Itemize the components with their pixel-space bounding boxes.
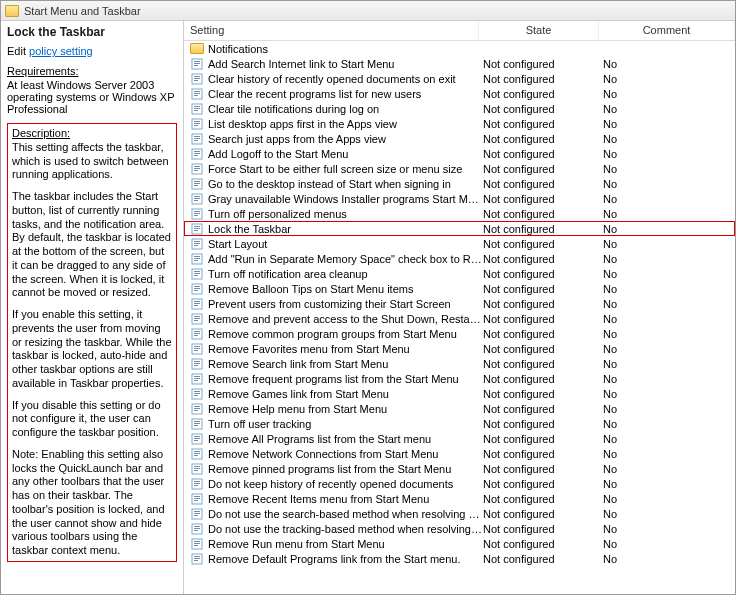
policy-row[interactable]: Remove pinned programs list from the Sta…: [184, 461, 735, 476]
setting-comment: No: [603, 523, 735, 535]
policy-row[interactable]: Gray unavailable Windows Installer progr…: [184, 191, 735, 206]
svg-rect-45: [194, 226, 200, 227]
col-state[interactable]: State: [479, 21, 599, 40]
setting-comment: No: [603, 163, 735, 175]
setting-name: Remove Run menu from Start Menu: [208, 538, 483, 550]
col-comment[interactable]: Comment: [599, 21, 735, 40]
svg-rect-9: [194, 91, 200, 92]
policy-row[interactable]: Remove Recent Items menu from Start Menu…: [184, 491, 735, 506]
policy-icon: [190, 58, 204, 70]
policy-row[interactable]: Go to the desktop instead of Start when …: [184, 176, 735, 191]
setting-comment: No: [603, 193, 735, 205]
policy-row[interactable]: Remove Network Connections from Start Me…: [184, 446, 735, 461]
svg-rect-34: [194, 183, 200, 184]
svg-rect-102: [194, 438, 200, 439]
policy-row[interactable]: Remove Help menu from Start MenuNot conf…: [184, 401, 735, 416]
svg-rect-69: [194, 316, 200, 317]
svg-rect-118: [194, 498, 200, 499]
policy-row[interactable]: Remove All Programs list from the Start …: [184, 431, 735, 446]
description-box: Description:This setting affects the tas…: [7, 123, 177, 562]
edit-policy-link[interactable]: policy setting: [29, 45, 93, 57]
setting-state: Not configured: [483, 388, 603, 400]
svg-rect-23: [194, 140, 198, 141]
policy-row[interactable]: Start LayoutNot configuredNo: [184, 236, 735, 251]
policy-row[interactable]: Remove common program groups from Start …: [184, 326, 735, 341]
column-headers: Setting State Comment: [184, 21, 735, 41]
policy-row[interactable]: Remove Favorites menu from Start MenuNot…: [184, 341, 735, 356]
policy-icon: [190, 73, 204, 85]
setting-comment: No: [603, 298, 735, 310]
svg-rect-47: [194, 230, 198, 231]
setting-name: Turn off notification area cleanup: [208, 268, 483, 280]
setting-name: Remove and prevent access to the Shut Do…: [208, 313, 483, 325]
svg-rect-135: [194, 560, 198, 561]
svg-rect-133: [194, 556, 200, 557]
rows-container: Notifications Add Search Internet link t…: [184, 41, 735, 594]
setting-state: Not configured: [483, 283, 603, 295]
titlebar: Start Menu and Taskbar: [1, 1, 735, 21]
svg-rect-90: [194, 393, 200, 394]
subfolder-row[interactable]: Notifications: [184, 41, 735, 56]
policy-row[interactable]: Clear tile notifications during log onNo…: [184, 101, 735, 116]
policy-icon: [190, 178, 204, 190]
policy-row[interactable]: Remove Balloon Tips on Start Menu itemsN…: [184, 281, 735, 296]
svg-rect-18: [194, 123, 200, 124]
policy-row[interactable]: Turn off personalized menusNot configure…: [184, 206, 735, 221]
svg-rect-7: [194, 80, 198, 81]
svg-rect-31: [194, 170, 198, 171]
policy-row[interactable]: Do not use the search-based method when …: [184, 506, 735, 521]
policy-row[interactable]: Turn off user trackingNot configuredNo: [184, 416, 735, 431]
policy-row[interactable]: Add Logoff to the Start MenuNot configur…: [184, 146, 735, 161]
policy-row[interactable]: Remove and prevent access to the Shut Do…: [184, 311, 735, 326]
setting-comment: No: [603, 88, 735, 100]
setting-state: Not configured: [483, 253, 603, 265]
policy-row[interactable]: Remove Default Programs link from the St…: [184, 551, 735, 566]
svg-rect-111: [194, 470, 198, 471]
setting-state: Not configured: [483, 223, 603, 235]
svg-rect-129: [194, 541, 200, 542]
setting-comment: No: [603, 103, 735, 115]
col-setting[interactable]: Setting: [184, 21, 479, 40]
setting-comment: No: [603, 373, 735, 385]
svg-rect-113: [194, 481, 200, 482]
policy-row[interactable]: Remove Run menu from Start MenuNot confi…: [184, 536, 735, 551]
policy-row[interactable]: Clear history of recently opened documen…: [184, 71, 735, 86]
policy-row[interactable]: Prevent users from customizing their Sta…: [184, 296, 735, 311]
svg-rect-53: [194, 256, 200, 257]
policy-row[interactable]: Do not keep history of recently opened d…: [184, 476, 735, 491]
policy-icon: [190, 493, 204, 505]
policy-row[interactable]: Add "Run in Separate Memory Space" check…: [184, 251, 735, 266]
policy-row[interactable]: Force Start to be either full screen siz…: [184, 161, 735, 176]
svg-rect-63: [194, 290, 198, 291]
policy-row[interactable]: Turn off notification area cleanupNot co…: [184, 266, 735, 281]
policy-row[interactable]: Search just apps from the Apps viewNot c…: [184, 131, 735, 146]
policy-row[interactable]: Lock the TaskbarNot configuredNo: [184, 221, 735, 236]
policy-heading: Lock the Taskbar: [7, 25, 177, 39]
setting-name: Remove Search link from Start Menu: [208, 358, 483, 370]
policy-row[interactable]: Remove Search link from Start MenuNot co…: [184, 356, 735, 371]
policy-icon: [190, 118, 204, 130]
svg-rect-43: [194, 215, 198, 216]
svg-rect-71: [194, 320, 198, 321]
setting-comment: No: [603, 58, 735, 70]
policy-icon: [190, 223, 204, 235]
setting-comment: No: [603, 538, 735, 550]
setting-name: Lock the Taskbar: [208, 223, 483, 235]
policy-row[interactable]: Remove Games link from Start MenuNot con…: [184, 386, 735, 401]
svg-rect-33: [194, 181, 200, 182]
policy-row[interactable]: Do not use the tracking-based method whe…: [184, 521, 735, 536]
svg-rect-62: [194, 288, 200, 289]
policy-row[interactable]: Clear the recent programs list for new u…: [184, 86, 735, 101]
policy-row[interactable]: Add Search Internet link to Start MenuNo…: [184, 56, 735, 71]
setting-comment: No: [603, 388, 735, 400]
policy-icon: [190, 103, 204, 115]
setting-comment: No: [603, 448, 735, 460]
setting-comment: No: [603, 508, 735, 520]
policy-row[interactable]: List desktop apps first in the Apps view…: [184, 116, 735, 131]
svg-rect-91: [194, 395, 198, 396]
policy-row[interactable]: Remove frequent programs list from the S…: [184, 371, 735, 386]
setting-state: Not configured: [483, 163, 603, 175]
settings-list-pane: Setting State Comment Notifications Add …: [184, 21, 735, 594]
svg-rect-81: [194, 361, 200, 362]
setting-state: Not configured: [483, 508, 603, 520]
